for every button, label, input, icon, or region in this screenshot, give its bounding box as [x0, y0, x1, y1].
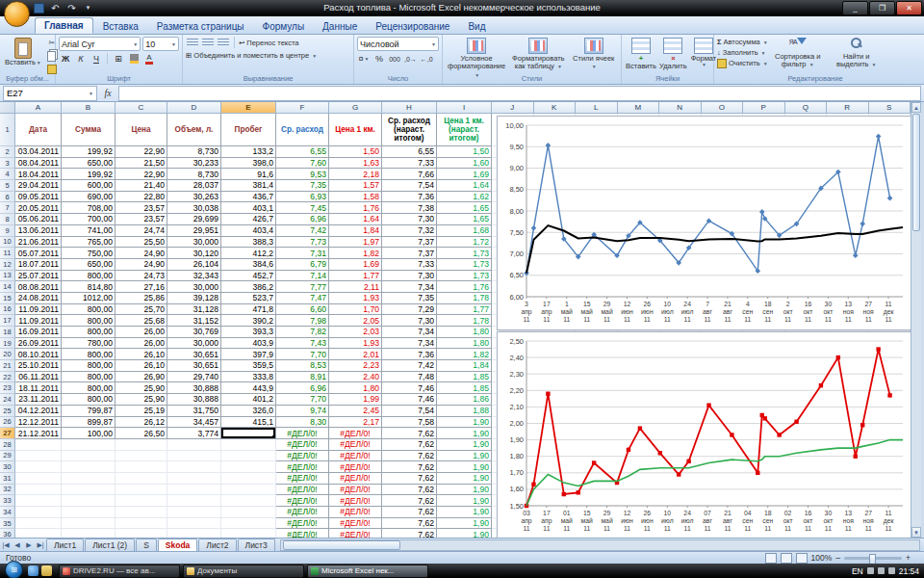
column-header-E[interactable]: E — [221, 102, 276, 114]
column-header-C[interactable]: C — [116, 102, 167, 114]
cell-A34[interactable] — [15, 507, 62, 518]
cell-I14[interactable]: 1,76 — [437, 281, 492, 293]
cell-A16[interactable]: 11.09.2011 — [15, 304, 62, 316]
cell-C34[interactable] — [116, 507, 167, 518]
row-header-7[interactable]: 7 — [0, 202, 15, 214]
cell-I16[interactable]: 1,77 — [437, 304, 492, 316]
sheet-tab-Лист1[interactable]: Лист1 — [46, 539, 84, 552]
borders-button[interactable]: ⊞ — [112, 53, 125, 65]
cell-E11[interactable]: 412,2 — [221, 248, 276, 259]
cell-C36[interactable] — [116, 529, 167, 538]
cell-D35[interactable] — [167, 518, 221, 530]
cell-F11[interactable]: 7,31 — [276, 248, 329, 259]
undo-icon[interactable]: ↶ — [49, 2, 62, 13]
cell-A35[interactable] — [15, 518, 62, 530]
cell-G23[interactable]: 1,80 — [329, 382, 382, 394]
cell-G17[interactable]: 2,05 — [329, 315, 382, 327]
cell-H13[interactable]: 7,30 — [382, 271, 437, 282]
column-header-K[interactable]: K — [534, 102, 577, 114]
cell-C17[interactable]: 25,68 — [116, 315, 167, 327]
cell-B3[interactable]: 650,00 — [62, 158, 116, 170]
row-header-31[interactable]: 31 — [0, 473, 15, 485]
column-header-A[interactable]: A — [15, 102, 62, 114]
cell-F3[interactable]: 7,60 — [276, 158, 329, 170]
cell-I31[interactable]: 1,90 — [437, 473, 492, 485]
cell-D10[interactable]: 30,000 — [167, 237, 221, 249]
row-header-30[interactable]: 30 — [0, 461, 15, 473]
cell-F30[interactable]: #ДЕЛ/0! — [276, 461, 329, 473]
cell-G13[interactable]: 1,77 — [329, 271, 382, 282]
cell-H34[interactable]: 7,62 — [382, 507, 437, 518]
header-cell-I1[interactable]: Цена 1 км. (нараст. итогом) — [437, 114, 492, 146]
cell-H21[interactable]: 7,42 — [382, 360, 437, 372]
cell-H11[interactable]: 7,37 — [382, 248, 437, 259]
cell-F28[interactable]: #ДЕЛ/0! — [276, 439, 329, 451]
cell-C5[interactable]: 21,40 — [116, 180, 167, 192]
cell-E17[interactable]: 390,2 — [221, 315, 276, 327]
cell-C11[interactable]: 24,90 — [116, 248, 167, 259]
cell-A21[interactable]: 25.10.2011 — [15, 360, 62, 372]
cell-B32[interactable] — [62, 485, 116, 496]
fuel-consumption-chart[interactable]: 6,006,507,007,508,008,509,009,5010,003ап… — [497, 116, 912, 330]
cell-H19[interactable]: 7,34 — [382, 338, 437, 350]
column-header-N[interactable]: N — [659, 102, 702, 114]
row-header-18[interactable]: 18 — [0, 327, 15, 338]
increase-decimal-icon[interactable]: ,0→ — [403, 53, 418, 65]
cell-E29[interactable] — [221, 451, 276, 462]
cell-B4[interactable]: 199,92 — [62, 169, 116, 180]
row-header-16[interactable]: 16 — [0, 304, 15, 316]
zoom-slider[interactable] — [844, 557, 902, 560]
row-header-36[interactable]: 36 — [0, 529, 15, 538]
column-header-L[interactable]: L — [576, 102, 618, 114]
cell-G18[interactable]: 2,03 — [329, 327, 382, 338]
cell-F14[interactable]: 7,77 — [276, 281, 329, 293]
sheet-tab-Лист1 (2)[interactable]: Лист1 (2) — [85, 539, 135, 552]
cell-G5[interactable]: 1,57 — [329, 180, 382, 192]
cell-C29[interactable] — [116, 451, 167, 462]
cell-D16[interactable]: 31,128 — [167, 304, 221, 316]
cell-H3[interactable]: 7,33 — [382, 158, 437, 170]
prev-sheet-icon[interactable]: ◀ — [12, 541, 23, 549]
align-right-icon[interactable] — [217, 37, 230, 48]
row-header-15[interactable]: 15 — [0, 293, 15, 304]
cell-F25[interactable]: 9,74 — [276, 406, 329, 417]
ribbon-tab-Формулы[interactable]: Формулы — [254, 19, 314, 34]
cell-B2[interactable]: 199,92 — [62, 146, 116, 158]
cell-A10[interactable]: 21.06.2011 — [15, 237, 62, 249]
cell-E2[interactable]: 133,2 — [221, 146, 276, 158]
cell-D11[interactable]: 30,120 — [167, 248, 221, 259]
cell-A5[interactable]: 29.04.2011 — [15, 180, 62, 192]
cell-I35[interactable]: 1,90 — [437, 518, 492, 530]
cell-E25[interactable]: 326,0 — [221, 406, 276, 417]
row-header-12[interactable]: 12 — [0, 259, 15, 271]
cell-C15[interactable]: 25,86 — [116, 293, 167, 304]
row-header-29[interactable]: 29 — [0, 451, 15, 462]
cell-E35[interactable] — [221, 518, 276, 530]
cell-G35[interactable]: #ДЕЛ/0! — [329, 518, 382, 530]
cell-E24[interactable]: 401,2 — [221, 394, 276, 406]
cell-G21[interactable]: 2,23 — [329, 360, 382, 372]
cell-A30[interactable] — [15, 461, 62, 473]
cell-C22[interactable]: 26,90 — [116, 372, 167, 383]
cell-H23[interactable]: 7,46 — [382, 382, 437, 394]
cell-D20[interactable]: 30,651 — [167, 349, 221, 360]
cell-E23[interactable]: 443,9 — [221, 382, 276, 394]
horizontal-scroll-thumb[interactable] — [283, 540, 400, 550]
fill-button[interactable]: ↓Заполнить▼ — [717, 47, 768, 58]
cell-E19[interactable]: 403,9 — [221, 338, 276, 350]
cell-D15[interactable]: 39,128 — [167, 293, 221, 304]
header-cell-D1[interactable]: Объем, л. — [167, 114, 221, 146]
cell-I23[interactable]: 1,85 — [437, 382, 492, 394]
cell-E30[interactable] — [221, 461, 276, 473]
cell-H32[interactable]: 7,62 — [382, 485, 437, 496]
sheet-tab-S[interactable]: S — [136, 539, 157, 552]
cell-A9[interactable]: 13.06.2011 — [15, 225, 62, 237]
cell-I10[interactable]: 1,72 — [437, 237, 492, 249]
align-center-icon[interactable] — [201, 37, 215, 48]
clear-button[interactable]: Очистить▼ — [717, 58, 768, 68]
cell-I34[interactable]: 1,90 — [437, 507, 492, 518]
row-header-6[interactable]: 6 — [0, 192, 15, 203]
font-size-select[interactable]: 10▼ — [142, 37, 179, 51]
cell-G30[interactable]: #ДЕЛ/0! — [329, 461, 382, 473]
cell-A32[interactable] — [15, 485, 62, 496]
